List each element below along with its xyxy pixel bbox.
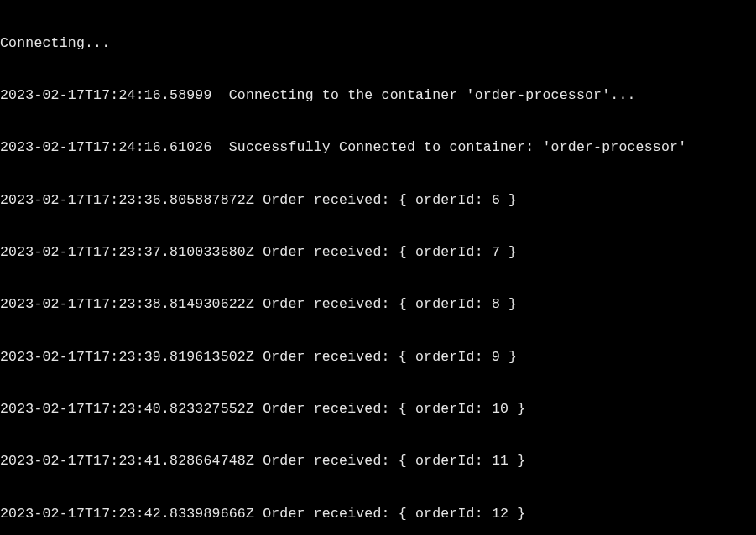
log-line: 2023-02-17T17:23:38.814930622Z Order rec… [0, 296, 756, 314]
log-line: 2023-02-17T17:23:36.805887872Z Order rec… [0, 192, 756, 210]
log-line: 2023-02-17T17:23:39.819613502Z Order rec… [0, 349, 756, 366]
log-line: 2023-02-17T17:23:42.833989666Z Order rec… [0, 506, 756, 523]
log-line: 2023-02-17T17:23:40.823327552Z Order rec… [0, 401, 756, 418]
log-line: 2023-02-17T17:24:16.61026 Successfully C… [0, 139, 756, 157]
terminal-output: Connecting... 2023-02-17T17:24:16.58999 … [0, 0, 756, 535]
log-line: 2023-02-17T17:24:16.58999 Connecting to … [0, 87, 756, 105]
log-line: 2023-02-17T17:23:37.810033680Z Order rec… [0, 244, 756, 262]
log-line: Connecting... [0, 35, 756, 53]
log-line: 2023-02-17T17:23:41.828664748Z Order rec… [0, 453, 756, 470]
